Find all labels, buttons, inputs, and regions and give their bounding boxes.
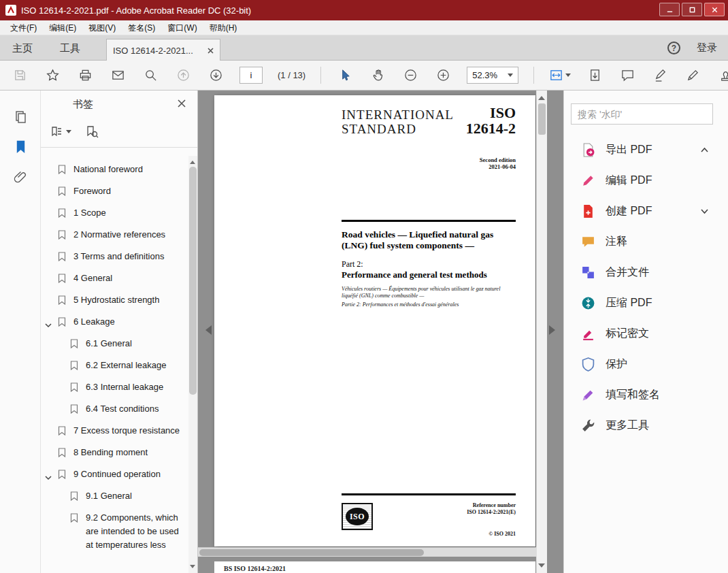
close-button[interactable] <box>704 3 725 16</box>
menu-window[interactable]: 窗口(W) <box>161 20 203 35</box>
tool-label: 注释 <box>606 235 627 249</box>
bookmark-item[interactable]: 8 Bending moment <box>41 442 188 463</box>
attachments-button[interactable] <box>0 161 41 191</box>
bookmark-item[interactable]: 7 Excess torque resistance <box>41 420 188 442</box>
menu-file[interactable]: 文件(F) <box>4 20 43 35</box>
maximize-button[interactable] <box>682 3 702 16</box>
bookmark-item[interactable]: 6 Leakage <box>41 311 188 333</box>
collapse-chevron-icon[interactable] <box>44 319 52 333</box>
comment-button[interactable] <box>618 66 636 85</box>
hand-tool-button[interactable] <box>369 66 386 85</box>
bookmark-item[interactable]: 2 Normative references <box>41 224 188 246</box>
zoom-level-dropdown[interactable]: 52.3% <box>467 67 518 84</box>
collapse-right-panel-handle[interactable] <box>549 325 560 335</box>
scroll-down-icon[interactable] <box>538 563 545 571</box>
bookmark-item[interactable]: 5 Hydrostatic strength <box>41 289 188 311</box>
tab-close-icon[interactable] <box>208 48 214 54</box>
stamp-button[interactable] <box>716 66 728 85</box>
bookmark-item[interactable]: 6.3 Internal leakage <box>41 376 188 398</box>
tool-more-tools[interactable]: 更多工具 <box>564 410 728 441</box>
scroll-up-icon[interactable] <box>538 93 545 100</box>
save-button[interactable] <box>11 66 29 85</box>
menu-edit[interactable]: 编辑(E) <box>43 20 82 35</box>
bookmark-item[interactable]: 4 General <box>41 267 188 289</box>
chevron-down-icon[interactable] <box>700 207 709 217</box>
bookmark-item[interactable]: National foreword <box>41 159 188 180</box>
doc-copyright: © ISO 2021 <box>489 531 516 537</box>
paperclip-icon <box>13 169 28 184</box>
tools-search-box[interactable] <box>571 103 713 125</box>
bookmarks-close-button[interactable] <box>177 99 186 108</box>
tool-label: 合并文件 <box>606 265 649 280</box>
bookmark-item[interactable]: 3 Terms and definitions <box>41 246 188 267</box>
menu-help[interactable]: 帮助(H) <box>203 20 244 35</box>
tool-protect[interactable]: 保护 <box>564 349 728 380</box>
bookmark-item[interactable]: 9.1 General <box>41 485 188 507</box>
scrollbar-thumb[interactable] <box>199 549 424 556</box>
bookmark-item[interactable]: Foreword <box>41 180 188 202</box>
tool-combine-files[interactable]: 合并文件 <box>564 257 728 288</box>
sign-button[interactable] <box>684 66 701 85</box>
bookmark-item[interactable]: 6.4 Test conditions <box>41 398 188 420</box>
navigation-rail <box>0 91 41 573</box>
doc-reference-label: Reference number <box>467 502 516 509</box>
menu-sign[interactable]: 签名(S) <box>122 20 161 35</box>
help-button[interactable]: ? <box>667 42 680 54</box>
scrollbar-thumb[interactable] <box>189 167 197 395</box>
scroll-down-icon[interactable] <box>190 565 195 571</box>
chevron-up-icon[interactable] <box>700 146 709 156</box>
vertical-scrollbar[interactable] <box>536 91 547 573</box>
bookmarks-scrollbar[interactable] <box>188 156 197 573</box>
find-current-bookmark-button[interactable] <box>85 125 99 139</box>
scrollbar-thumb[interactable] <box>538 103 546 135</box>
page-thumbnails-button[interactable] <box>0 101 41 131</box>
next-page-button[interactable] <box>207 66 225 85</box>
search-button[interactable] <box>142 66 159 85</box>
scroll-up-icon[interactable] <box>190 158 195 164</box>
previous-page-button[interactable] <box>174 66 192 85</box>
tool-compress-pdf[interactable]: 压缩 PDF <box>564 288 728 318</box>
tool-comment[interactable]: 注释 <box>564 227 728 257</box>
tab-tools[interactable]: 工具 <box>48 35 93 61</box>
page-number-input[interactable] <box>239 67 263 84</box>
iso-logo: ISO <box>342 503 373 530</box>
tab-document[interactable]: ISO 12614-2-2021... <box>106 39 220 61</box>
page-scrolling-button[interactable] <box>586 66 603 85</box>
bookmark-item[interactable]: 6.2 External leakage <box>41 355 188 376</box>
zoom-in-button[interactable] <box>434 66 452 85</box>
print-button[interactable] <box>76 66 94 85</box>
bookmark-item[interactable]: 9 Continued operation <box>41 463 188 485</box>
collapse-chevron-icon[interactable] <box>44 472 52 485</box>
bookmark-ribbon-icon <box>58 252 66 265</box>
tool-fill-sign[interactable]: 填写和签名 <box>564 380 728 410</box>
plus-circle-icon <box>436 68 450 82</box>
bookmark-item[interactable]: 9.2 Components, which are intended to be… <box>41 507 188 556</box>
fit-width-button[interactable] <box>549 68 571 82</box>
zoom-out-button[interactable] <box>401 66 419 85</box>
tab-bar: 主页 工具 ISO 12614-2-2021... ? 登录 <box>0 35 728 61</box>
search-icon <box>144 68 158 82</box>
more-tools-icon <box>581 419 595 433</box>
bookmark-item[interactable]: 1 Scope <box>41 202 188 224</box>
favorite-button[interactable] <box>44 66 61 85</box>
highlight-button[interactable] <box>651 66 669 85</box>
tool-redact[interactable]: 标记密文 <box>564 318 728 349</box>
sign-in-button[interactable]: 登录 <box>697 42 717 54</box>
select-tool-button[interactable] <box>336 66 354 85</box>
minimize-button[interactable] <box>659 3 680 16</box>
menu-view[interactable]: 视图(V) <box>82 20 122 35</box>
horizontal-scrollbar[interactable] <box>198 547 536 557</box>
bookmarks-panel-button[interactable] <box>0 131 41 161</box>
email-button[interactable] <box>109 66 127 85</box>
options-list-icon <box>50 125 63 139</box>
bookmark-ribbon-icon <box>58 165 66 178</box>
tool-create-pdf[interactable]: 创建 PDF <box>564 196 728 227</box>
bookmarks-options-button[interactable] <box>50 125 71 139</box>
tool-export-pdf[interactable]: 导出 PDF <box>564 135 728 165</box>
tool-edit-pdf[interactable]: 编辑 PDF <box>564 165 728 196</box>
bookmark-item[interactable]: 6.1 General <box>41 333 188 355</box>
collapse-left-panel-handle[interactable] <box>201 325 212 335</box>
tab-home[interactable]: 主页 <box>0 35 45 61</box>
tools-search-input[interactable] <box>578 109 706 120</box>
close-icon <box>711 6 718 14</box>
